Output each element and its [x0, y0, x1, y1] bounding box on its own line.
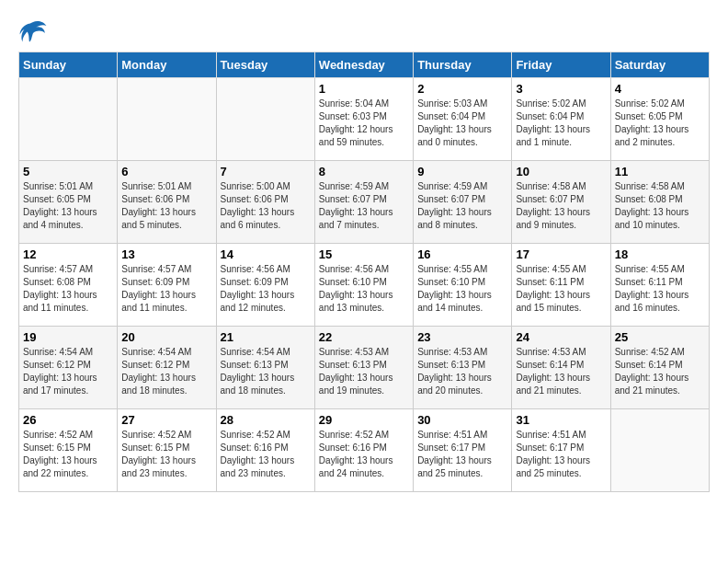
day-info: Sunrise: 4:51 AMSunset: 6:17 PMDaylight:… — [417, 429, 507, 480]
day-info: Sunrise: 4:52 AMSunset: 6:15 PMDaylight:… — [121, 429, 211, 480]
day-info: Sunrise: 4:58 AMSunset: 6:07 PMDaylight:… — [516, 180, 606, 232]
day-info: Sunrise: 4:59 AMSunset: 6:07 PMDaylight:… — [417, 180, 507, 232]
day-number: 8 — [319, 165, 409, 178]
calendar-cell: 6Sunrise: 5:01 AMSunset: 6:06 PMDaylight… — [118, 161, 216, 244]
calendar-cell — [19, 78, 118, 161]
day-info: Sunrise: 4:56 AMSunset: 6:09 PMDaylight:… — [221, 263, 311, 315]
day-info: Sunrise: 4:54 AMSunset: 6:13 PMDaylight:… — [221, 346, 311, 397]
day-number: 23 — [417, 330, 507, 344]
calendar-cell: 4Sunrise: 5:02 AMSunset: 6:05 PMDaylight… — [610, 78, 709, 161]
calendar-cell: 23Sunrise: 4:53 AMSunset: 6:13 PMDayligh… — [414, 327, 512, 409]
calendar-cell: 28Sunrise: 4:52 AMSunset: 6:16 PMDayligh… — [216, 409, 314, 492]
calendar-cell: 18Sunrise: 4:55 AMSunset: 6:11 PMDayligh… — [610, 244, 709, 327]
day-number: 17 — [516, 247, 606, 261]
calendar-cell — [610, 409, 709, 492]
calendar-cell: 20Sunrise: 4:54 AMSunset: 6:12 PMDayligh… — [118, 327, 216, 409]
day-info: Sunrise: 4:59 AMSunset: 6:07 PMDaylight:… — [319, 180, 409, 232]
day-number: 28 — [221, 413, 311, 427]
day-info: Sunrise: 4:57 AMSunset: 6:08 PMDaylight:… — [23, 263, 113, 315]
calendar-cell: 14Sunrise: 4:56 AMSunset: 6:09 PMDayligh… — [216, 244, 314, 327]
day-number: 25 — [615, 330, 705, 344]
day-number: 31 — [516, 413, 606, 427]
day-number: 24 — [516, 330, 606, 344]
day-number: 9 — [417, 165, 507, 178]
day-number: 13 — [121, 247, 211, 261]
calendar-cell — [216, 78, 314, 161]
calendar-cell: 9Sunrise: 4:59 AMSunset: 6:07 PMDaylight… — [414, 161, 512, 244]
calendar-week-2: 5Sunrise: 5:01 AMSunset: 6:05 PMDaylight… — [19, 161, 710, 244]
day-info: Sunrise: 4:51 AMSunset: 6:17 PMDaylight:… — [516, 429, 606, 480]
day-number: 10 — [516, 165, 606, 178]
calendar-cell: 21Sunrise: 4:54 AMSunset: 6:13 PMDayligh… — [216, 327, 314, 409]
day-number: 7 — [221, 165, 311, 178]
day-number: 20 — [121, 330, 211, 344]
weekday-header-monday: Monday — [118, 52, 216, 78]
day-info: Sunrise: 4:53 AMSunset: 6:13 PMDaylight:… — [319, 346, 409, 397]
calendar-week-3: 12Sunrise: 4:57 AMSunset: 6:08 PMDayligh… — [19, 244, 710, 327]
calendar-cell: 22Sunrise: 4:53 AMSunset: 6:13 PMDayligh… — [314, 327, 413, 409]
day-info: Sunrise: 5:01 AMSunset: 6:06 PMDaylight:… — [121, 180, 211, 232]
day-number: 4 — [615, 82, 705, 96]
day-info: Sunrise: 4:52 AMSunset: 6:16 PMDaylight:… — [319, 429, 409, 480]
calendar-cell: 8Sunrise: 4:59 AMSunset: 6:07 PMDaylight… — [314, 161, 413, 244]
calendar-cell: 25Sunrise: 4:52 AMSunset: 6:14 PMDayligh… — [610, 327, 709, 409]
day-number: 22 — [319, 330, 409, 344]
day-number: 29 — [319, 413, 409, 427]
logo — [18, 18, 51, 44]
day-info: Sunrise: 5:03 AMSunset: 6:04 PMDaylight:… — [417, 98, 507, 149]
calendar-cell: 16Sunrise: 4:55 AMSunset: 6:10 PMDayligh… — [414, 244, 512, 327]
weekday-header-saturday: Saturday — [610, 52, 709, 78]
calendar-cell: 2Sunrise: 5:03 AMSunset: 6:04 PMDaylight… — [414, 78, 512, 161]
day-info: Sunrise: 4:58 AMSunset: 6:08 PMDaylight:… — [615, 180, 705, 232]
day-number: 30 — [417, 413, 507, 427]
day-number: 19 — [23, 330, 113, 344]
day-number: 2 — [417, 82, 507, 96]
day-info: Sunrise: 4:52 AMSunset: 6:16 PMDaylight:… — [221, 429, 311, 480]
calendar-cell: 7Sunrise: 5:00 AMSunset: 6:06 PMDaylight… — [216, 161, 314, 244]
day-info: Sunrise: 5:02 AMSunset: 6:05 PMDaylight:… — [615, 98, 705, 149]
day-number: 11 — [615, 165, 705, 178]
calendar-cell: 10Sunrise: 4:58 AMSunset: 6:07 PMDayligh… — [512, 161, 610, 244]
day-info: Sunrise: 5:00 AMSunset: 6:06 PMDaylight:… — [221, 180, 311, 232]
day-info: Sunrise: 4:55 AMSunset: 6:11 PMDaylight:… — [516, 263, 606, 315]
day-info: Sunrise: 4:52 AMSunset: 6:15 PMDaylight:… — [23, 429, 113, 480]
weekday-header-thursday: Thursday — [414, 52, 512, 78]
calendar-cell: 12Sunrise: 4:57 AMSunset: 6:08 PMDayligh… — [19, 244, 118, 327]
logo-icon — [18, 18, 48, 44]
day-number: 26 — [23, 413, 113, 427]
calendar-cell: 19Sunrise: 4:54 AMSunset: 6:12 PMDayligh… — [19, 327, 118, 409]
calendar-cell: 26Sunrise: 4:52 AMSunset: 6:15 PMDayligh… — [19, 409, 118, 492]
calendar-cell: 24Sunrise: 4:53 AMSunset: 6:14 PMDayligh… — [512, 327, 610, 409]
calendar-cell: 15Sunrise: 4:56 AMSunset: 6:10 PMDayligh… — [314, 244, 413, 327]
calendar-cell: 1Sunrise: 5:04 AMSunset: 6:03 PMDaylight… — [314, 78, 413, 161]
weekday-header-tuesday: Tuesday — [216, 52, 314, 78]
calendar-cell: 13Sunrise: 4:57 AMSunset: 6:09 PMDayligh… — [118, 244, 216, 327]
calendar-cell: 31Sunrise: 4:51 AMSunset: 6:17 PMDayligh… — [512, 409, 610, 492]
calendar-table: SundayMondayTuesdayWednesdayThursdayFrid… — [18, 52, 710, 492]
calendar-cell: 29Sunrise: 4:52 AMSunset: 6:16 PMDayligh… — [314, 409, 413, 492]
day-number: 14 — [221, 247, 311, 261]
calendar-cell: 30Sunrise: 4:51 AMSunset: 6:17 PMDayligh… — [414, 409, 512, 492]
day-info: Sunrise: 4:54 AMSunset: 6:12 PMDaylight:… — [23, 346, 113, 397]
weekday-header-friday: Friday — [512, 52, 610, 78]
calendar-cell: 11Sunrise: 4:58 AMSunset: 6:08 PMDayligh… — [610, 161, 709, 244]
weekday-header-wednesday: Wednesday — [314, 52, 413, 78]
day-info: Sunrise: 4:52 AMSunset: 6:14 PMDaylight:… — [615, 346, 705, 397]
day-info: Sunrise: 4:54 AMSunset: 6:12 PMDaylight:… — [121, 346, 211, 397]
day-number: 16 — [417, 247, 507, 261]
day-number: 21 — [221, 330, 311, 344]
calendar-cell: 17Sunrise: 4:55 AMSunset: 6:11 PMDayligh… — [512, 244, 610, 327]
day-info: Sunrise: 4:56 AMSunset: 6:10 PMDaylight:… — [319, 263, 409, 315]
day-info: Sunrise: 5:02 AMSunset: 6:04 PMDaylight:… — [516, 98, 606, 149]
weekday-header-row: SundayMondayTuesdayWednesdayThursdayFrid… — [19, 52, 710, 78]
calendar-cell: 5Sunrise: 5:01 AMSunset: 6:05 PMDaylight… — [19, 161, 118, 244]
calendar-week-4: 19Sunrise: 4:54 AMSunset: 6:12 PMDayligh… — [19, 327, 710, 409]
day-info: Sunrise: 5:04 AMSunset: 6:03 PMDaylight:… — [319, 98, 409, 149]
calendar-week-5: 26Sunrise: 4:52 AMSunset: 6:15 PMDayligh… — [19, 409, 710, 492]
day-number: 12 — [23, 247, 113, 261]
day-number: 27 — [121, 413, 211, 427]
page-header — [18, 18, 710, 44]
day-info: Sunrise: 4:53 AMSunset: 6:14 PMDaylight:… — [516, 346, 606, 397]
day-info: Sunrise: 4:53 AMSunset: 6:13 PMDaylight:… — [417, 346, 507, 397]
day-number: 3 — [516, 82, 606, 96]
